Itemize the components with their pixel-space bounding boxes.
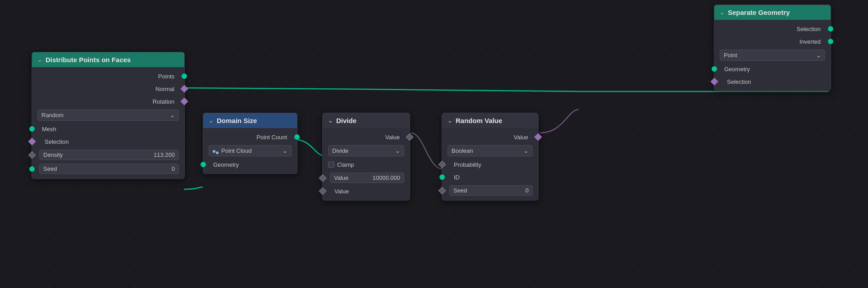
separate-inverted-socket-out[interactable] <box>828 39 833 44</box>
divide-dropdown-value: Divide <box>332 147 348 154</box>
distribute-density-value: 113.200 <box>154 151 175 158</box>
distribute-chevron-icon: ⌄ <box>37 57 42 63</box>
distribute-points-socket-out[interactable] <box>182 73 187 79</box>
distribute-rotation-socket-out[interactable] <box>181 98 188 105</box>
chevron-icon: ⌄ <box>720 9 724 16</box>
distribute-seed-row: Seed 0 <box>32 162 184 176</box>
separate-geometry-header: ⌄ Separate Geometry <box>714 5 831 20</box>
distribute-dropdown-value: Random <box>41 112 64 119</box>
domain-dropdown-icon <box>213 147 219 154</box>
divide-clamp-checkbox[interactable] <box>328 161 334 168</box>
distribute-normal-socket-out[interactable] <box>181 85 188 93</box>
distribute-points-label: Points <box>37 73 179 80</box>
node-divide: ⌄ Divide Value Divide ⌄ Clamp <box>322 113 410 201</box>
separate-geometry-input-row: Geometry <box>714 63 831 75</box>
domain-pointcount-output-row: Point Count <box>203 131 297 143</box>
node-random-value: ⌄ Random Value Value Boolean ⌄ Probabili… <box>442 113 539 201</box>
distribute-normal-output-row: Normal <box>32 82 184 95</box>
domain-geometry-input-row: Geometry <box>203 158 297 171</box>
random-id-socket[interactable] <box>439 174 445 180</box>
random-seed-label: Seed <box>453 187 467 194</box>
distribute-selection-input-label: Selection <box>37 138 179 145</box>
distribute-seed-socket[interactable] <box>29 166 35 172</box>
distribute-density-label: Density <box>43 151 63 158</box>
distribute-body: Points Normal Rotation Random ⌄ Mesh <box>32 67 184 178</box>
divide-field-value: 10000.000 <box>373 174 400 181</box>
separate-selection-input-row: Selection <box>714 75 831 88</box>
distribute-header: ⌄ Distribute Points on Faces <box>32 52 184 67</box>
separate-inverted-output-row: Inverted <box>714 35 831 48</box>
divide-value-out-label: Value <box>328 134 404 141</box>
random-boolean-dropdown[interactable]: Boolean ⌄ <box>448 145 533 156</box>
separate-geometry-input-label: Geometry <box>720 66 825 73</box>
distribute-mesh-socket-in[interactable] <box>29 126 35 132</box>
domain-geometry-socket-in[interactable] <box>201 162 206 167</box>
random-seed-value: 0 <box>525 187 529 194</box>
divide-field-label: Value <box>334 174 348 181</box>
distribute-seed-label: Seed <box>43 165 57 172</box>
domain-dropdown-chevron: ⌄ <box>283 147 288 154</box>
node-distribute-points: ⌄ Distribute Points on Faces Points Norm… <box>32 52 185 179</box>
divide-value-input-row: Value 10000.000 <box>323 171 410 185</box>
distribute-random-dropdown[interactable]: Random ⌄ <box>37 110 179 121</box>
distribute-dropdown-chevron: ⌄ <box>170 112 175 119</box>
random-seed-field[interactable]: Seed 0 <box>449 185 533 196</box>
divide-dropdown-chevron: ⌄ <box>395 147 400 154</box>
separate-geometry-title: Separate Geometry <box>728 9 790 16</box>
random-id-label: ID <box>448 174 533 181</box>
distribute-rotation-label: Rotation <box>37 98 179 105</box>
divide-operation-dropdown[interactable]: Divide ⌄ <box>328 145 404 156</box>
random-probability-row: Probability <box>442 158 538 171</box>
divide-value2-label: Value <box>328 188 404 195</box>
domain-dropdown-value: Point Cloud <box>221 147 283 154</box>
domain-header: ⌄ Domain Size <box>203 113 297 128</box>
divide-clamp-label: Clamp <box>337 161 354 168</box>
divide-value-output-row: Value <box>323 131 410 143</box>
separate-dropdown-value: Point <box>724 52 737 59</box>
random-probability-socket[interactable] <box>439 161 446 169</box>
node-domain-size: ⌄ Domain Size Point Count Point Cloud ⌄ <box>203 113 297 174</box>
random-value-out-label: Value <box>448 134 533 141</box>
distribute-selection-input-row: Selection <box>32 135 184 148</box>
random-value-output-row: Value <box>442 131 538 143</box>
separate-inverted-label: Inverted <box>720 38 825 45</box>
distribute-mesh-input-row: Mesh <box>32 123 184 135</box>
random-body: Value Boolean ⌄ Probability ID <box>442 128 538 200</box>
separate-geometry-socket-in[interactable] <box>712 66 717 72</box>
random-seed-socket[interactable] <box>439 187 446 194</box>
separate-selection-socket-out[interactable] <box>828 26 833 32</box>
domain-body: Point Count Point Cloud ⌄ Geometry <box>203 128 297 174</box>
separate-selection-output-row: Selection <box>714 23 831 35</box>
divide-value-socket-out[interactable] <box>406 133 414 141</box>
divide-value-field[interactable]: Value 10000.000 <box>330 173 404 183</box>
random-probability-label: Probability <box>448 161 533 168</box>
separate-selection-input-label: Selection <box>720 78 825 85</box>
distribute-density-row: Density 113.200 <box>32 148 184 162</box>
dropdown-chevron-icon: ⌄ <box>816 52 821 59</box>
separate-geometry-body: Selection Inverted Point ⌄ Geometry Sele <box>714 20 831 91</box>
domain-pointcount-socket-out[interactable] <box>294 134 300 140</box>
domain-pointcloud-dropdown[interactable]: Point Cloud ⌄ <box>209 145 292 156</box>
random-value-socket-out[interactable] <box>535 133 542 141</box>
divide-chevron-icon: ⌄ <box>328 118 333 124</box>
divide-value-input-socket[interactable] <box>319 174 327 182</box>
distribute-selection-socket-in[interactable] <box>28 138 36 146</box>
distribute-points-output-row: Points <box>32 70 184 82</box>
random-dropdown-chevron: ⌄ <box>524 147 529 154</box>
node-separate-geometry: ⌄ Separate Geometry Selection Inverted P… <box>714 5 831 91</box>
separate-point-dropdown[interactable]: Point ⌄ <box>720 50 825 61</box>
divide-value2-input-row: Value <box>323 185 410 197</box>
distribute-normal-label: Normal <box>37 86 179 92</box>
distribute-density-field[interactable]: Density 113.200 <box>39 150 179 160</box>
separate-selection-socket-in[interactable] <box>711 78 718 86</box>
random-chevron-icon: ⌄ <box>448 118 452 124</box>
distribute-mesh-label: Mesh <box>37 126 179 133</box>
random-id-row: ID <box>442 171 538 183</box>
distribute-density-socket[interactable] <box>28 151 36 159</box>
domain-chevron-icon: ⌄ <box>209 118 213 124</box>
random-seed-row: Seed 0 <box>442 183 538 197</box>
divide-value2-socket-in[interactable] <box>319 187 327 195</box>
divide-title: Divide <box>336 117 356 124</box>
distribute-seed-field[interactable]: Seed 0 <box>39 164 179 174</box>
divide-header: ⌄ Divide <box>323 113 410 128</box>
